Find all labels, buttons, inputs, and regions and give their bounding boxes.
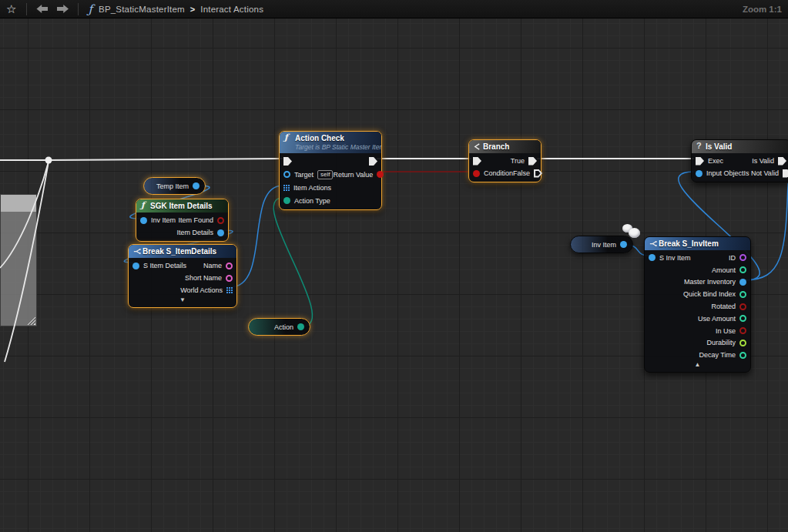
is-not-valid-exec-pin[interactable]	[783, 169, 788, 178]
s-inv-item-in-pin[interactable]	[649, 254, 656, 261]
pin-label: Exec	[708, 157, 723, 165]
return-value-pin[interactable]	[377, 171, 384, 178]
pin-label: Action Type	[294, 197, 330, 205]
node-branch[interactable]: Branch True Condition False	[468, 139, 542, 182]
branch-icon	[474, 141, 481, 150]
mouse-cursor	[621, 224, 642, 239]
blueprint-graph-canvas[interactable]: ☆ ƒ BP_StaticMasterItem > Interact Actio…	[0, 0, 788, 532]
break-struct-icon	[133, 246, 141, 255]
node-break-s-itemdetails[interactable]: Break S_ItemDetails S Item Details Name …	[128, 244, 237, 308]
function-icon: ƒ	[284, 132, 288, 142]
inv-item-in-pin[interactable]	[140, 217, 147, 224]
decay-time-pin[interactable]	[739, 352, 746, 359]
pin-label: Master Inventory	[684, 278, 736, 286]
breadcrumb-separator: >	[190, 5, 195, 14]
forward-arrow-icon[interactable]	[57, 5, 69, 13]
node-title: Branch	[483, 142, 536, 152]
input-object-pin[interactable]	[696, 170, 702, 177]
true-exec-pin[interactable]	[528, 157, 537, 166]
pin-label: Inv Item	[151, 216, 176, 224]
node-title: Break S_ItemDetails	[143, 246, 232, 256]
pin-label: S Inv Item	[659, 254, 691, 262]
pin-label: True	[511, 157, 525, 165]
false-exec-pin[interactable]	[534, 169, 542, 178]
pin-label: In Use	[716, 327, 736, 335]
wire-exec-from-bottom-b[interactable]	[5, 162, 49, 362]
inv-item-out-pin[interactable]	[620, 241, 627, 248]
target-pin[interactable]	[283, 171, 290, 178]
pin-label: Item Details	[176, 229, 213, 236]
favorite-star-icon[interactable]: ☆	[6, 2, 16, 16]
pin-label: False	[513, 169, 530, 177]
back-arrow-icon[interactable]	[36, 5, 48, 13]
amount-pin[interactable]	[739, 266, 746, 273]
node-action-check[interactable]: ƒ Action Check Target is BP Static Maste…	[279, 131, 382, 210]
master-inventory-pin[interactable]	[739, 279, 746, 286]
pin-label: Name	[203, 262, 222, 269]
id-pin[interactable]	[739, 254, 746, 261]
condition-pin[interactable]	[473, 170, 480, 177]
quick-bind-index-pin[interactable]	[739, 291, 746, 298]
use-amount-pin[interactable]	[739, 315, 746, 322]
pin-label: Durability	[706, 339, 736, 346]
node-break-s-invitem[interactable]: Break S_InvItem S Inv Item ID Amount	[644, 236, 751, 373]
item-actions-array-pin[interactable]	[283, 185, 290, 191]
graph-toolbar: ☆ ƒ BP_StaticMasterItem > Interact Actio…	[0, 0, 788, 18]
node-sgk-item-details[interactable]: ƒ SGK Item Details Inv Item Item Found I…	[136, 199, 229, 242]
pin-label: ID	[729, 254, 736, 262]
action-type-pin[interactable]	[283, 197, 290, 204]
action-out-pin[interactable]	[297, 323, 304, 330]
pin-label: Use Amount	[698, 315, 736, 323]
variable-label: Temp Item	[156, 182, 189, 190]
node-temp-item-getter[interactable]: Temp Item	[143, 177, 206, 195]
toolbar-divider	[26, 3, 27, 15]
breadcrumb-current[interactable]: Interact Actions	[200, 5, 263, 14]
node-title: Is Valid	[706, 142, 786, 152]
wire-action-to-action-type[interactable]	[273, 198, 312, 326]
pin-label: Quick Bind Index	[683, 290, 736, 298]
durability-pin[interactable]	[739, 340, 746, 346]
function-graph-icon: ƒ	[88, 2, 92, 16]
wire-exec-from-bottom-a[interactable]	[0, 162, 49, 268]
exec-in-pin[interactable]	[473, 157, 481, 166]
zoom-level-label: Zoom 1:1	[743, 5, 782, 14]
break-struct-icon	[649, 238, 657, 247]
pin-label: World Actions	[180, 286, 223, 294]
name-pin[interactable]	[226, 263, 233, 269]
pin-label: Condition	[484, 169, 513, 177]
pin-label: Item Actions	[293, 184, 331, 192]
exec-out-pin[interactable]	[369, 157, 377, 166]
pin-label: Decay Time	[699, 351, 736, 359]
target-self-value: self	[317, 170, 333, 179]
pin-label: Short Name	[185, 274, 222, 282]
in-use-pin[interactable]	[739, 327, 746, 334]
short-name-pin[interactable]	[226, 275, 233, 282]
pin-label: Rotated	[711, 303, 736, 310]
node-title: SGK Item Details	[150, 201, 223, 211]
node-action-getter[interactable]: Action	[248, 318, 310, 336]
pin-label: Amount	[712, 266, 736, 274]
item-details-out-pin[interactable]	[217, 229, 224, 236]
wire-exec-to-action-check[interactable]	[49, 159, 283, 160]
node-is-valid[interactable]: ? Is Valid Exec Is Valid Input Object	[691, 139, 788, 182]
temp-item-out-pin[interactable]	[193, 182, 200, 189]
rotated-pin[interactable]	[739, 303, 746, 310]
collapse-pins-arrow[interactable]: ▲	[645, 361, 750, 370]
pin-label: Input Object	[706, 169, 744, 177]
function-icon: ƒ	[141, 200, 145, 210]
exec-in-pin[interactable]	[283, 157, 292, 166]
world-actions-array-pin[interactable]	[226, 287, 233, 293]
s-item-details-in-pin[interactable]	[132, 263, 139, 269]
breadcrumb-root[interactable]: BP_StaticMasterItem	[99, 5, 185, 14]
node-title: Break S_InvItem	[659, 239, 746, 249]
pin-label: S Item Details	[143, 262, 186, 269]
exec-in-pin[interactable]	[696, 157, 704, 166]
is-valid-exec-pin[interactable]	[778, 157, 786, 166]
expand-pins-arrow[interactable]: ▼	[129, 296, 236, 305]
reroute-node[interactable]	[45, 157, 52, 164]
node-title: Action Check	[295, 133, 377, 143]
pin-label: Is Valid	[752, 157, 774, 165]
pin-label: Target	[294, 171, 314, 179]
variable-label: Inv Item	[592, 241, 616, 249]
item-found-pin[interactable]	[217, 217, 224, 224]
